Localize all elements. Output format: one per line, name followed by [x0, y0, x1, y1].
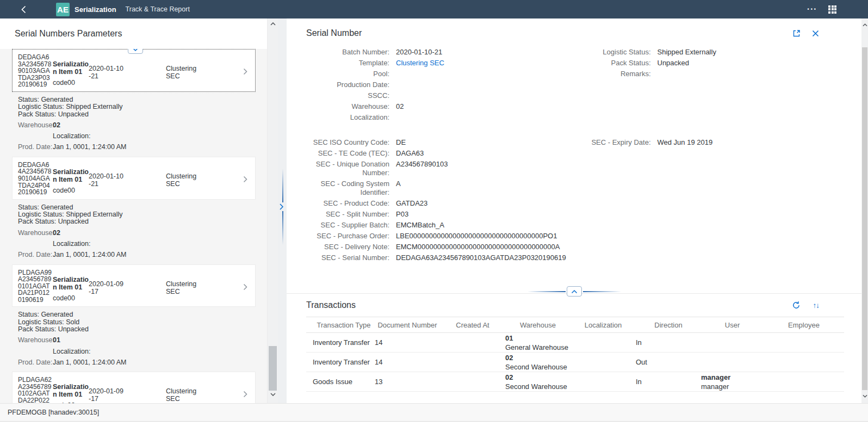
- general-section: Batch Number:2020-01-10-21 Template:Clus…: [306, 48, 848, 124]
- scroll-up-icon[interactable]: [861, 21, 868, 29]
- table-row[interactable]: Inventory Transfer 14 01General Warehous…: [306, 333, 844, 353]
- chevron-right-icon: [243, 391, 247, 398]
- column-header[interactable]: Employee: [764, 317, 844, 332]
- serial-card[interactable]: PLDAGA99A234567890101AGATDA21P0120190619…: [12, 264, 256, 307]
- clustering-template: Clustering SEC: [166, 268, 209, 304]
- field-label: SEC - Expiry Date:: [578, 138, 651, 147]
- column-header[interactable]: User: [701, 317, 764, 332]
- field-label: Production Date:: [306, 81, 389, 89]
- scroll-down-icon[interactable]: [861, 392, 868, 400]
- warehouse-value: 01: [53, 337, 60, 344]
- serial-number-detail-panel: Serial Number: [287, 18, 861, 403]
- user-name: manager: [701, 382, 764, 391]
- field-label: Warehouse:: [306, 102, 389, 111]
- left-scrollbar[interactable]: [268, 18, 278, 403]
- detail-collapse-button[interactable]: [567, 286, 582, 297]
- field-label: SEC - Coding System Identifier:: [306, 180, 389, 197]
- pack-status-line: Pack Status: Unpacked: [18, 111, 262, 118]
- transactions-panel: Transactions ↑↓: [287, 294, 861, 403]
- warehouse-cell: 02Second Warehouse: [505, 372, 571, 391]
- right-scrollbar[interactable]: [861, 18, 868, 403]
- column-header[interactable]: Document Number: [375, 317, 440, 332]
- column-header[interactable]: Transaction Type: [313, 317, 375, 332]
- list-item: PLDAGA62A234567890102AGATDA22P0220190619…: [0, 372, 267, 403]
- serial-card[interactable]: DEDAGA63A234567890103AGATDA23P0320190619…: [12, 49, 256, 92]
- template-item-name: Serialization Item 01: [53, 276, 89, 291]
- scroll-up-icon[interactable]: [268, 20, 278, 28]
- refresh-button[interactable]: [792, 301, 801, 310]
- batch-date: 2020-01-10-21: [89, 160, 123, 196]
- back-chevron-icon: [21, 5, 27, 14]
- table-header-row: Transaction Type Document Number Created…: [306, 317, 844, 333]
- localization-label: Localization:: [53, 133, 91, 140]
- field-label: SEC - Unique Donation Number:: [306, 160, 389, 177]
- field-label: Pack Status:: [578, 59, 651, 67]
- field-label: SSCC:: [306, 91, 389, 100]
- close-icon: [812, 30, 819, 37]
- scroll-down-icon[interactable]: [268, 390, 278, 399]
- column-header[interactable]: Direction: [636, 317, 701, 332]
- field-label: SEC - TE Code (TEC):: [306, 149, 389, 158]
- template-code: code00: [53, 187, 89, 194]
- app-finder-button[interactable]: [828, 5, 836, 14]
- field-label: Remarks:: [578, 70, 651, 78]
- field-label: SEC - Product Code:: [306, 199, 389, 208]
- panel-splitter[interactable]: [278, 18, 287, 403]
- warehouse-code: 02: [505, 353, 571, 362]
- close-button[interactable]: [812, 29, 819, 38]
- document-number: 14: [375, 333, 440, 352]
- field-value: A234567890103: [396, 160, 448, 177]
- overflow-menu-button[interactable]: •••: [808, 7, 817, 12]
- serial-numbers-panel: Serial Numbers Parameters DEDAGA63A23456…: [0, 18, 268, 403]
- batch-date: 2020-01-10-21: [89, 53, 123, 88]
- template-code: code00: [53, 79, 89, 87]
- field-label: SEC - Supplier Batch:: [306, 221, 389, 230]
- table-row[interactable]: Inventory Transfer 14 02Second Warehouse…: [306, 353, 844, 372]
- warehouse-label: Warehouse:: [18, 122, 53, 129]
- column-header[interactable]: Warehouse: [505, 317, 571, 332]
- logistic-status-line: Logistic Status: Shipped Externally: [18, 211, 262, 218]
- template-link[interactable]: Clustering SEC: [396, 59, 444, 67]
- column-header[interactable]: Localization: [571, 317, 636, 332]
- localization-label: Localization:: [53, 240, 91, 248]
- batch-date: 2020-01-09-17: [89, 375, 123, 403]
- prod-date-value: Jan 1, 0001, 1:24:00 AM: [53, 359, 127, 366]
- user-cell: [701, 333, 764, 352]
- serial-card[interactable]: DEDAGA64A234567890104AGATDA24P0420190619…: [12, 157, 256, 200]
- right-scrollbar-thumb[interactable]: [862, 47, 867, 390]
- chevron-right-icon: [243, 283, 247, 291]
- splitter-expand-icon[interactable]: [279, 203, 284, 211]
- field-label: Pool:: [306, 70, 389, 78]
- template-item-name: Serialization Item 01: [53, 383, 89, 398]
- batch-date: 2020-01-09-17: [89, 268, 123, 304]
- sec-section: SEC ISO Country Code:DE SEC - TE Code (T…: [306, 138, 848, 264]
- grid-icon: [828, 5, 836, 14]
- field-label: SEC - Split Number:: [306, 210, 389, 219]
- serial-list: DEDAGA63A234567890103AGATDA23P0320190619…: [0, 49, 267, 403]
- serial-card[interactable]: PLDAGA62A234567890102AGATDA22P0220190619…: [12, 372, 256, 403]
- transaction-type: Goods Issue: [313, 372, 375, 391]
- user-cell: managermanager: [701, 372, 764, 391]
- table-row[interactable]: Goods Issue 13 02Second Warehouse In man…: [306, 372, 844, 392]
- field-label: SEC - Delivery Note:: [306, 243, 389, 251]
- localization-cell: [571, 372, 636, 391]
- serial-number: PLDAGA99A234567890101AGATDA21P0120190619: [18, 268, 53, 304]
- status-bar: PFDEMOGB [hanadev:30015]: [0, 403, 868, 422]
- document-number: 13: [375, 372, 440, 391]
- sort-button[interactable]: ↑↓: [813, 301, 820, 310]
- field-label: Template:: [306, 59, 389, 67]
- direction-cell: In: [636, 372, 701, 391]
- connection-info: PFDEMOGB [hanadev:30015]: [8, 409, 99, 416]
- prod-date-value: Jan 1, 0001, 1:24:00 AM: [53, 144, 127, 151]
- back-button[interactable]: [21, 5, 27, 14]
- warehouse-value: 02: [53, 122, 60, 129]
- created-at: [440, 353, 505, 372]
- refresh-icon: [792, 301, 801, 310]
- left-scrollbar-thumb[interactable]: [269, 346, 277, 391]
- column-header[interactable]: Created At: [440, 317, 505, 332]
- list-collapse-button[interactable]: [128, 49, 143, 54]
- fullscreen-button[interactable]: [792, 29, 801, 38]
- shell-actions: •••: [808, 5, 836, 14]
- app-logo: AE: [56, 3, 70, 16]
- prod-date-value: Jan 1, 0001, 1:24:00 AM: [53, 251, 127, 258]
